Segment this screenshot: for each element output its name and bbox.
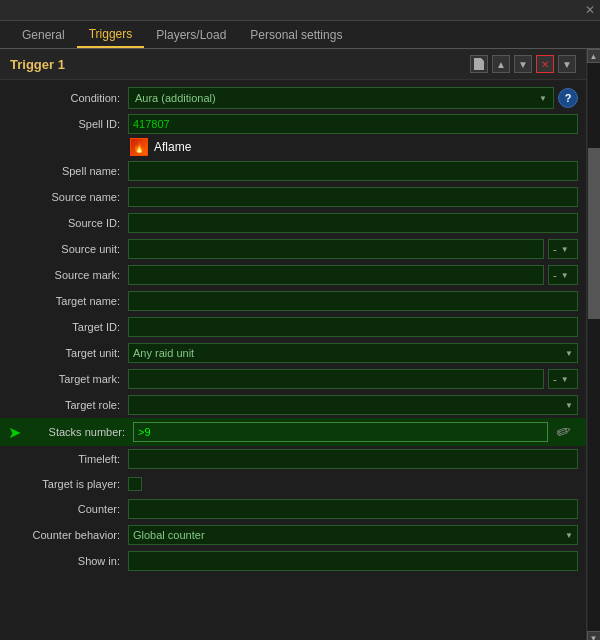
target-mark-input[interactable] <box>128 369 544 389</box>
target-unit-dropdown[interactable]: Any raid unit ▼ <box>128 343 578 363</box>
tab-personal-settings[interactable]: Personal settings <box>238 23 354 47</box>
source-mark-row: Source mark: - ▼ <box>0 262 586 288</box>
counter-behavior-dropdown[interactable]: Global counter ▼ <box>128 525 578 545</box>
source-mark-control: - ▼ <box>128 265 578 285</box>
show-in-label: Show in: <box>8 555 128 567</box>
source-name-control <box>128 187 578 207</box>
spell-name-row: Spell name: <box>0 158 586 184</box>
target-unit-control: Any raid unit ▼ <box>128 343 578 363</box>
main-container: Trigger 1 ▲ ▼ ✕ ▼ Condition: Aura (addit… <box>0 49 600 640</box>
target-role-label: Target role: <box>8 399 128 411</box>
scroll-up-button[interactable]: ▲ <box>587 49 601 63</box>
source-unit-arrow: ▼ <box>561 245 569 254</box>
arrow-indicator: ➤ <box>8 423 21 442</box>
source-name-label: Source name: <box>8 191 128 203</box>
source-id-control <box>128 213 578 233</box>
condition-label: Condition: <box>8 92 128 104</box>
target-mark-dash: - <box>553 373 557 385</box>
target-is-player-checkbox[interactable] <box>128 477 142 491</box>
doc-icon <box>474 58 484 70</box>
counter-behavior-value: Global counter <box>133 529 205 541</box>
source-mark-dropdown[interactable]: - ▼ <box>548 265 578 285</box>
target-role-arrow: ▼ <box>565 401 573 410</box>
counter-behavior-label: Counter behavior: <box>8 529 128 541</box>
target-id-label: Target ID: <box>8 321 128 333</box>
target-name-input[interactable] <box>128 291 578 311</box>
target-unit-arrow: ▼ <box>565 349 573 358</box>
source-mark-arrow: ▼ <box>561 271 569 280</box>
show-in-input[interactable] <box>128 551 578 571</box>
condition-dropdown[interactable]: Aura (additional) ▼ <box>128 87 554 109</box>
target-id-input[interactable] <box>128 317 578 337</box>
target-role-control: ▼ <box>128 395 578 415</box>
form-area: Condition: Aura (additional) ▼ ? Spell I… <box>0 80 586 578</box>
target-role-dropdown[interactable]: ▼ <box>128 395 578 415</box>
counter-input[interactable] <box>128 499 578 519</box>
trigger-doc-button[interactable] <box>470 55 488 73</box>
spell-name-control <box>128 161 578 181</box>
source-unit-row: Source unit: - ▼ <box>0 236 586 262</box>
trigger-up-button[interactable]: ▲ <box>492 55 510 73</box>
window-close-button[interactable]: ✕ <box>585 3 595 17</box>
stacks-number-control: >9 <box>133 422 548 442</box>
aflame-name: Aflame <box>154 140 191 154</box>
counter-label: Counter: <box>8 503 128 515</box>
aflame-icon: 🔥 <box>130 138 148 156</box>
timeleft-control <box>128 449 578 469</box>
timeleft-label: Timeleft: <box>8 453 128 465</box>
counter-behavior-row: Counter behavior: Global counter ▼ <box>0 522 586 548</box>
scroll-down-button[interactable]: ▼ <box>587 631 601 640</box>
target-mark-dropdown[interactable]: - ▼ <box>548 369 578 389</box>
stacks-number-label: Stacks number: <box>23 426 133 438</box>
tab-triggers[interactable]: Triggers <box>77 22 145 48</box>
source-id-label: Source ID: <box>8 217 128 229</box>
target-unit-value: Any raid unit <box>133 347 194 359</box>
source-mark-input[interactable] <box>128 265 544 285</box>
target-name-label: Target name: <box>8 295 128 307</box>
counter-control <box>128 499 578 519</box>
spell-id-value[interactable]: 417807 <box>128 114 578 134</box>
stacks-pencil-area: ✏ <box>548 421 578 443</box>
spell-id-row: Spell ID: 417807 <box>0 112 586 136</box>
target-name-row: Target name: <box>0 288 586 314</box>
show-in-row: Show in: <box>0 548 586 574</box>
condition-dropdown-arrow: ▼ <box>539 94 547 103</box>
target-unit-row: Target unit: Any raid unit ▼ <box>0 340 586 366</box>
target-name-control <box>128 291 578 311</box>
trigger-close-button[interactable]: ✕ <box>536 55 554 73</box>
source-unit-control: - ▼ <box>128 239 578 259</box>
source-unit-input[interactable] <box>128 239 544 259</box>
spell-name-label: Spell name: <box>8 165 128 177</box>
source-name-row: Source name: <box>0 184 586 210</box>
target-id-row: Target ID: <box>0 314 586 340</box>
trigger-controls: ▲ ▼ ✕ ▼ <box>470 55 576 73</box>
tab-general[interactable]: General <box>10 23 77 47</box>
target-is-player-row: Target is player: <box>0 472 586 496</box>
counter-behavior-control: Global counter ▼ <box>128 525 578 545</box>
scroll-thumb[interactable] <box>588 148 600 318</box>
timeleft-input[interactable] <box>128 449 578 469</box>
stacks-number-row: ➤ Stacks number: >9 ✏ <box>0 418 586 446</box>
target-mark-control: - ▼ <box>128 369 578 389</box>
target-mark-arrow: ▼ <box>561 375 569 384</box>
counter-behavior-arrow: ▼ <box>565 531 573 540</box>
trigger-down-button[interactable]: ▼ <box>514 55 532 73</box>
trigger-title: Trigger 1 <box>10 57 462 72</box>
scrollbar: ▲ ▼ <box>586 49 600 640</box>
scroll-track[interactable] <box>588 63 600 631</box>
source-unit-dropdown[interactable]: - ▼ <box>548 239 578 259</box>
aflame-row: 🔥 Aflame <box>0 136 586 158</box>
target-is-player-label: Target is player: <box>8 478 128 490</box>
show-in-control <box>128 551 578 571</box>
condition-help-button[interactable]: ? <box>558 88 578 108</box>
condition-row: Condition: Aura (additional) ▼ ? <box>0 84 586 112</box>
source-id-input[interactable] <box>128 213 578 233</box>
content-area: Trigger 1 ▲ ▼ ✕ ▼ Condition: Aura (addit… <box>0 49 586 640</box>
source-name-input[interactable] <box>128 187 578 207</box>
tab-players-load[interactable]: Players/Load <box>144 23 238 47</box>
trigger-more-button[interactable]: ▼ <box>558 55 576 73</box>
spell-name-input[interactable] <box>128 161 578 181</box>
condition-dropdown-value: Aura (additional) <box>135 92 216 104</box>
stacks-number-input[interactable]: >9 <box>133 422 548 442</box>
pencil-icon: ✏ <box>552 419 574 445</box>
